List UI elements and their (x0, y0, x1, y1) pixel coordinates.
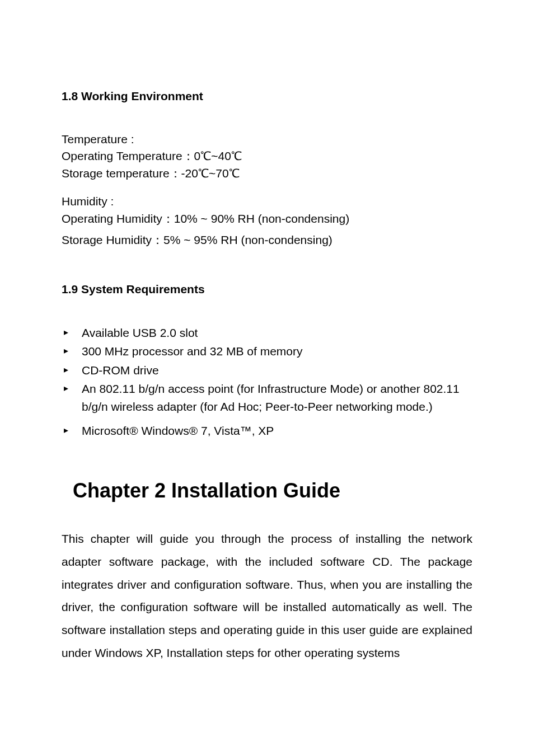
storage-humidity: Storage Humidity：5% ~ 95% RH (non-conden… (62, 232, 472, 248)
list-item: Available USB 2.0 slot (76, 324, 472, 342)
system-requirements-list: Available USB 2.0 slot 300 MHz processor… (62, 324, 472, 440)
list-item: CD-ROM drive (76, 361, 472, 379)
operating-humidity: Operating Humidity：10% ~ 90% RH (non-con… (62, 210, 472, 227)
section-working-environment: 1.8 Working Environment Temperature : Op… (62, 90, 472, 249)
section-system-requirements: 1.9 System Requirements Available USB 2.… (62, 283, 472, 440)
heading-1-9: 1.9 System Requirements (62, 283, 472, 296)
storage-temperature: Storage temperature：-20℃~70℃ (62, 165, 472, 182)
temperature-label: Temperature : (62, 131, 472, 148)
chapter-2-paragraph: This chapter will guide you through the … (62, 528, 472, 665)
list-item: Microsoft® Windows® 7, Vista™, XP (76, 422, 472, 440)
list-item: An 802.11 b/g/n access point (for Infras… (76, 380, 472, 415)
list-item: 300 MHz processor and 32 MB of memory (76, 342, 472, 360)
heading-1-8: 1.8 Working Environment (62, 90, 472, 103)
operating-temperature: Operating Temperature：0℃~40℃ (62, 148, 472, 165)
temperature-block: Temperature : Operating Temperature：0℃~4… (62, 131, 472, 182)
humidity-label: Humidity : (62, 193, 472, 210)
humidity-block: Humidity : Operating Humidity：10% ~ 90% … (62, 193, 472, 248)
chapter-2: Chapter 2 Installation Guide This chapte… (62, 479, 472, 665)
chapter-2-title: Chapter 2 Installation Guide (73, 479, 472, 503)
